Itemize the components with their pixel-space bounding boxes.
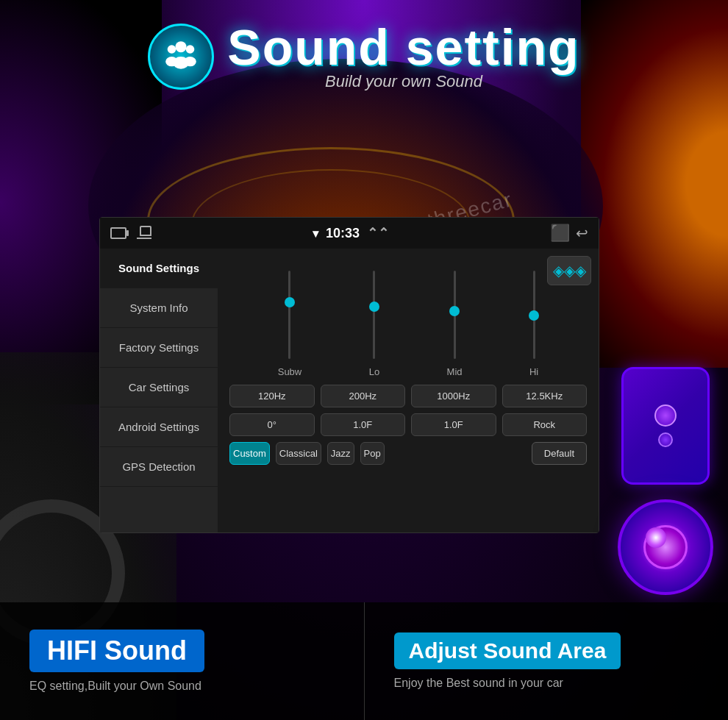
expand-icon: ⌃⌃ <box>367 225 389 241</box>
lo-thumb[interactable] <box>369 302 379 312</box>
speaker-woofer-cone <box>618 499 713 595</box>
eq-channel-hi: Hi <box>529 271 538 377</box>
val-btn-1f-2[interactable]: 1.0F <box>411 413 496 436</box>
mid-label: Mid <box>447 366 463 377</box>
home-icon[interactable] <box>110 227 126 239</box>
eq-sliders-area: Subw Lo Mid <box>229 260 587 377</box>
bottom-right-desc: Enjoy the Best sound in your car <box>394 677 699 690</box>
bottom-left-section: HIFI Sound EQ setting,Built your Own Sou… <box>0 602 365 720</box>
lo-label: Lo <box>369 366 379 377</box>
speaker-decoration <box>610 367 721 573</box>
val-btn-1f-1[interactable]: 1.0F <box>321 413 406 436</box>
main-content: ◈◈◈ Subw Lo <box>218 249 599 532</box>
preset-buttons-row: Custom Classical Jazz Pop Default <box>229 442 587 465</box>
wifi-icon: ▾ <box>313 227 318 240</box>
hi-thumb[interactable] <box>529 310 539 321</box>
freq-btn-125khz[interactable]: 12.5KHz <box>502 385 588 407</box>
sidebar-item-car-settings[interactable]: Car Settings <box>100 368 218 407</box>
freq-btn-1000hz[interactable]: 1000Hz <box>411 385 496 407</box>
val-btn-0deg[interactable]: 0° <box>229 413 315 436</box>
eq-channel-lo: Lo <box>369 271 379 377</box>
bottom-info-bar: HIFI Sound EQ setting,Built your Own Sou… <box>0 602 728 720</box>
status-bar: ▾ 10:33 ⌃⌃ ⬛ ↩ <box>100 218 599 249</box>
preset-btn-custom[interactable]: Custom <box>229 442 270 465</box>
svg-point-5 <box>185 57 197 66</box>
ui-panel: ▾ 10:33 ⌃⌃ ⬛ ↩ Sound Settings System Inf… <box>99 217 599 533</box>
sidebar-item-gps-detection[interactable]: GPS Detection <box>100 447 218 487</box>
back-icon[interactable]: ↩ <box>576 224 588 242</box>
preset-btn-pop[interactable]: Pop <box>360 442 385 465</box>
header-subtitle: Build your own Sound <box>227 72 579 91</box>
speaker-dust-cap <box>646 527 666 548</box>
freq-btn-120hz[interactable]: 120Hz <box>229 385 315 407</box>
sound-toggle-button[interactable]: ◈◈◈ <box>547 256 591 285</box>
value-buttons-row: 0° 1.0F 1.0F Rock <box>229 413 587 436</box>
svg-point-1 <box>176 41 187 52</box>
preset-btn-classical[interactable]: Classical <box>276 442 321 465</box>
subw-thumb[interactable] <box>285 297 295 307</box>
subw-label: Subw <box>278 366 302 377</box>
mid-slider[interactable] <box>454 271 456 359</box>
freq-btn-200hz[interactable]: 200Hz <box>321 385 406 407</box>
lo-slider[interactable] <box>373 271 375 359</box>
header-text-block: Sound setting Build your own Sound <box>227 22 579 91</box>
svg-point-0 <box>168 45 176 54</box>
svg-point-2 <box>186 45 195 54</box>
bottom-left-desc: EQ setting,Built your Own Sound <box>29 680 335 693</box>
header-title: Sound setting <box>227 22 579 72</box>
sidebar-item-factory-settings[interactable]: Factory Settings <box>100 328 218 368</box>
speaker-cone-inner <box>643 525 688 569</box>
eq-channel-mid: Mid <box>447 271 463 377</box>
sound-icon-circle <box>148 24 214 90</box>
speaker-tweeter <box>654 404 677 427</box>
sidebar-item-sound-settings[interactable]: Sound Settings <box>100 249 218 288</box>
status-left <box>110 227 151 239</box>
clock: 10:33 <box>326 226 360 241</box>
hi-label: Hi <box>529 366 538 377</box>
header: Sound setting Build your own Sound <box>0 7 728 99</box>
sidebar: Sound Settings System Info Factory Setti… <box>100 249 218 532</box>
mid-thumb[interactable] <box>449 306 460 316</box>
adjust-sound-badge: Adjust Sound Area <box>394 632 621 669</box>
freq-buttons-row: 120Hz 200Hz 1000Hz 12.5KHz <box>229 385 587 407</box>
sidebar-item-system-info[interactable]: System Info <box>100 288 218 328</box>
status-center: ▾ 10:33 ⌃⌃ <box>313 225 389 241</box>
subw-slider[interactable] <box>288 271 290 359</box>
preset-btn-jazz[interactable]: Jazz <box>327 442 354 465</box>
speaker-icon: ◈◈◈ <box>553 262 586 279</box>
recent-apps-icon[interactable] <box>137 227 151 239</box>
panel-body: Sound Settings System Info Factory Setti… <box>100 249 599 532</box>
default-button[interactable]: Default <box>532 442 587 465</box>
val-btn-rock[interactable]: Rock <box>502 413 588 436</box>
hifi-badge: HIFI Sound <box>29 630 204 672</box>
people-icon <box>163 38 199 75</box>
bottom-right-section: Adjust Sound Area Enjoy the Best sound i… <box>365 602 729 720</box>
eq-channel-subw: Subw <box>278 271 302 377</box>
preset-btns-group: Custom Classical Jazz Pop <box>229 442 526 465</box>
speaker-body <box>621 367 710 485</box>
screen-icon[interactable]: ⬛ <box>550 224 570 243</box>
sidebar-item-android-settings[interactable]: Android Settings <box>100 407 218 447</box>
speaker-mid-driver <box>658 432 673 447</box>
hi-slider[interactable] <box>533 271 535 359</box>
status-right: ⬛ ↩ <box>550 224 588 243</box>
